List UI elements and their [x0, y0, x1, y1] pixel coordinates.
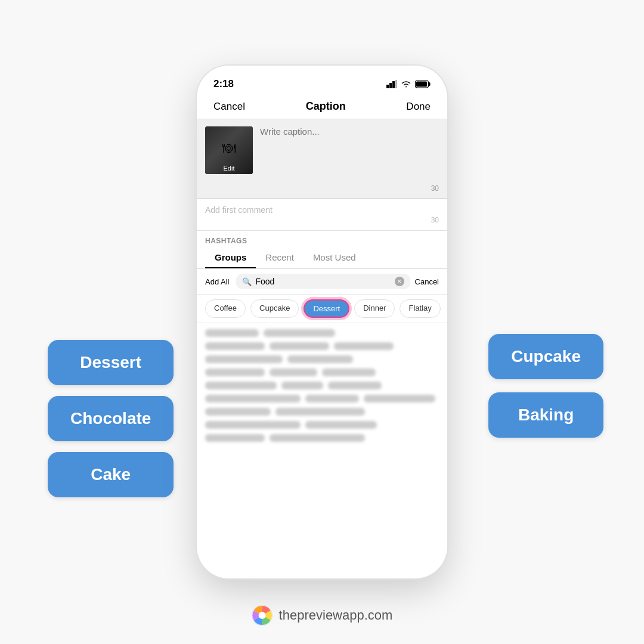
tab-most-used[interactable]: Most Used [304, 247, 366, 268]
hashtags-label: HASHTAGS [197, 231, 447, 247]
done-button[interactable]: Done [406, 101, 431, 113]
tab-recent[interactable]: Recent [256, 247, 304, 268]
svg-rect-1 [389, 83, 392, 88]
hashtag-blur-item [205, 395, 301, 402]
hashtag-blur-item [364, 395, 435, 402]
hashtag-blur-item [334, 342, 394, 350]
comment-section: Add first comment 30 [197, 199, 447, 231]
caption-text-wrap [260, 126, 439, 174]
group-pills: Coffee Cupcake Dessert Dinner Flatlay [197, 295, 447, 323]
search-clear-button[interactable]: ✕ [395, 277, 404, 286]
search-input-wrap[interactable]: 🔍 Food ✕ [236, 274, 410, 289]
hashtag-blur-item [270, 434, 365, 442]
left-tag-dessert[interactable]: Dessert [48, 340, 174, 385]
page-title: Caption [306, 100, 346, 113]
search-cancel-button[interactable]: Cancel [415, 277, 439, 286]
hashtag-row-2 [205, 342, 439, 350]
hashtag-row-1 [205, 329, 439, 337]
hashtag-blur-item [328, 382, 382, 389]
right-tag-group: Cupcake Baking [488, 334, 603, 438]
brand-text: thepreviewapp.com [279, 608, 393, 623]
thumbnail[interactable]: Edit [205, 126, 253, 174]
hashtag-blur-item [264, 329, 335, 337]
hashtag-tabs: Groups Recent Most Used [197, 247, 447, 269]
phone-shell: 2:18 [197, 66, 447, 578]
hashtag-row-3 [205, 355, 439, 363]
hashtag-row-9 [205, 434, 439, 442]
comment-placeholder[interactable]: Add first comment [205, 205, 439, 215]
pill-dinner[interactable]: Dinner [354, 299, 395, 318]
nav-bar: Cancel Caption Done [197, 95, 447, 119]
comment-counter: 30 [205, 216, 439, 224]
hashtag-blur-item [205, 355, 283, 363]
pill-dessert[interactable]: Dessert [304, 299, 349, 318]
hashtag-blur-item [275, 408, 365, 416]
left-tag-group: Dessert Chocolate Cake [48, 340, 174, 497]
svg-rect-6 [416, 82, 427, 87]
caption-counter-row: 30 [197, 181, 447, 199]
hashtag-blur-item [281, 382, 323, 389]
tab-groups[interactable]: Groups [205, 247, 256, 268]
left-tag-chocolate[interactable]: Chocolate [48, 396, 174, 441]
phone-container: 2:18 [197, 66, 447, 578]
hashtag-blur-item [305, 421, 377, 429]
hashtag-blur-item [205, 434, 265, 442]
svg-rect-0 [386, 85, 389, 88]
pill-dessert-wrap: Dessert [304, 299, 349, 318]
hashtag-blur-item [205, 421, 301, 429]
hashtag-row-4 [205, 369, 439, 376]
thumbnail-edit-label[interactable]: Edit [224, 165, 235, 172]
hashtag-blur-item [270, 369, 317, 376]
search-icon: 🔍 [242, 277, 252, 286]
hashtag-blur-item [205, 329, 259, 337]
caption-input[interactable] [260, 126, 439, 168]
pill-coffee[interactable]: Coffee [205, 299, 246, 318]
left-tag-cake[interactable]: Cake [48, 452, 174, 497]
hashtag-list [197, 323, 447, 453]
pill-cupcake[interactable]: Cupcake [250, 299, 299, 318]
right-tag-baking[interactable]: Baking [488, 392, 603, 438]
cancel-button[interactable]: Cancel [213, 101, 245, 113]
svg-rect-5 [429, 82, 431, 86]
svg-point-8 [259, 612, 266, 619]
brand-logo [252, 605, 273, 626]
hashtag-row-6 [205, 395, 439, 402]
hashtag-blur-item [322, 369, 376, 376]
hashtag-blur-item [305, 395, 359, 402]
brand-footer: thepreviewapp.com [252, 605, 393, 626]
hashtag-blur-item [287, 355, 353, 363]
hashtag-blur-item [205, 382, 277, 389]
caption-section: Edit [197, 119, 447, 181]
add-all-button[interactable]: Add All [205, 277, 229, 286]
status-bar: 2:18 [197, 66, 447, 95]
hashtag-blur-item [205, 342, 265, 350]
svg-rect-3 [395, 80, 397, 88]
status-icons [386, 80, 431, 88]
wifi-icon [401, 80, 411, 88]
hashtag-row-5 [205, 382, 439, 389]
signal-icon [386, 80, 397, 88]
hashtag-blur-item [205, 408, 271, 416]
pill-flatlay[interactable]: Flatlay [400, 299, 440, 318]
battery-icon [415, 80, 431, 88]
svg-rect-2 [392, 81, 395, 88]
hashtags-section: HASHTAGS Groups Recent Most Used Add All… [197, 231, 447, 323]
status-time: 2:18 [213, 78, 234, 90]
search-bar: Add All 🔍 Food ✕ Cancel [197, 269, 447, 295]
search-value: Food [255, 277, 391, 286]
right-tag-cupcake[interactable]: Cupcake [488, 334, 603, 379]
hashtag-blur-item [205, 369, 265, 376]
hashtag-row-7 [205, 408, 439, 416]
hashtag-blur-item [270, 342, 329, 350]
caption-counter: 30 [431, 184, 439, 193]
hashtag-row-8 [205, 421, 439, 429]
